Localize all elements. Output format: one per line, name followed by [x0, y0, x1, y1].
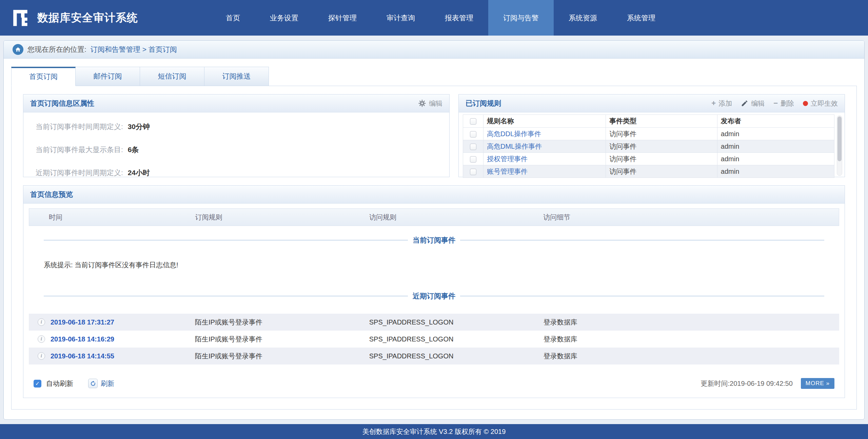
prop-max-items: 当前订阅事件最大显示条目: 6条	[36, 145, 437, 154]
col-time: 时间	[29, 213, 195, 222]
col-access-detail: 访问细节	[543, 213, 839, 222]
rules-table-header-row: 规则名称 事件类型 发布者	[463, 115, 834, 128]
gear-icon	[418, 99, 426, 107]
nav-item-business-settings[interactable]: 业务设置	[255, 0, 313, 36]
nav-item-system-resources[interactable]: 系统资源	[554, 0, 612, 36]
edit-rule-button[interactable]: 编辑	[741, 99, 765, 108]
col-access-rule: 访问规则	[369, 213, 543, 222]
breadcrumb-label: 您现在所在的位置:	[27, 45, 86, 54]
recent-events-list: i 2019-06-18 17:31:27 陌生IP或账号登录事件 SPS_IP…	[29, 314, 839, 364]
col-publisher: 发布者	[717, 115, 834, 128]
event-row: i 2019-06-18 17:31:27 陌生IP或账号登录事件 SPS_IP…	[29, 314, 839, 331]
event-row: i 2019-06-18 14:16:29 陌生IP或账号登录事件 SPS_IP…	[29, 331, 839, 348]
auto-refresh-label: 自动刷新	[46, 379, 73, 388]
tab-sms-subscription[interactable]: 短信订阅	[140, 67, 204, 86]
rules-scrollbar	[837, 116, 842, 176]
minus-icon: −	[773, 100, 778, 107]
rule-name-link[interactable]: 高危DML操作事件	[487, 143, 542, 150]
props-panel-title: 首页订阅信息区属性	[30, 99, 94, 108]
col-event-type: 事件类型	[606, 115, 717, 128]
apply-now-button[interactable]: 立即生效	[803, 99, 838, 108]
tab-email-subscription[interactable]: 邮件订阅	[76, 67, 140, 86]
footer: 美创数据库安全审计系统 V3.2 版权所有 © 2019	[0, 424, 868, 439]
event-time-link[interactable]: 2019-06-18 14:14:55	[51, 352, 114, 360]
recent-events-divider: 近期订阅事件	[44, 291, 824, 301]
preview-table-header: 时间 订阅规则 访问规则 访问细节	[29, 208, 839, 226]
rules-panel-title: 已订阅规则	[466, 99, 501, 108]
col-subscription-rule: 订阅规则	[195, 213, 369, 222]
tab-home-subscription[interactable]: 首页订阅	[11, 67, 76, 86]
nav-item-probe-management[interactable]: 探针管理	[313, 0, 372, 36]
subscription-props-panel: 首页订阅信息区属性	[23, 94, 450, 177]
breadcrumb: 您现在所在的位置: 订阅和告警管理 > 首页订阅	[4, 41, 864, 59]
nav-item-subscription-alerts[interactable]: 订阅与告警	[488, 0, 554, 36]
home-icon[interactable]	[13, 44, 23, 55]
prop-recent-period: 近期订阅事件时间周期定义: 24小时	[36, 168, 437, 177]
info-icon[interactable]: i	[38, 352, 45, 360]
info-icon[interactable]: i	[38, 335, 45, 343]
rule-name-link[interactable]: 高危DDL操作事件	[487, 130, 541, 138]
rule-row: 账号管理事件 访问事件 admin	[463, 165, 834, 178]
nav-item-report-management[interactable]: 报表管理	[430, 0, 488, 36]
top-nav: 数据库安全审计系统 首页 业务设置 探针管理 审计查询 报表管理 订阅与告警 系…	[0, 0, 868, 36]
refresh-button[interactable]: 刷新	[88, 379, 114, 388]
updated-time: 更新时间:2019-06-19 09:42:50	[701, 379, 793, 388]
edit-props-button[interactable]: 编辑	[418, 99, 442, 108]
nav-item-home[interactable]: 首页	[211, 0, 255, 36]
more-button[interactable]: MORE »	[801, 378, 834, 389]
select-all-checkbox[interactable]	[470, 118, 476, 125]
empty-events-message: 系统提示: 当前订阅事件区没有事件日志信息!	[44, 260, 839, 270]
check-icon: ✓	[35, 380, 40, 387]
tab-content: 首页订阅信息区属性	[11, 86, 857, 410]
add-rule-button[interactable]: + 添加	[711, 99, 732, 108]
breadcrumb-path[interactable]: 订阅和告警管理 > 首页订阅	[91, 45, 177, 54]
current-events-divider: 当前订阅事件	[44, 235, 824, 245]
subscribed-rules-panel: 已订阅规则 + 添加	[458, 94, 845, 177]
tab-subscription-push[interactable]: 订阅推送	[204, 67, 269, 86]
rules-table: 规则名称 事件类型 发布者 高危DDL操作事件 访问事件 admin	[463, 114, 834, 178]
rule-checkbox[interactable]	[470, 169, 476, 175]
home-preview-panel: 首页信息预览 时间 订阅规则 访问规则 访问细节 当前订阅事件 系统提示: 当前…	[23, 185, 845, 398]
plus-icon: +	[711, 100, 716, 107]
footer-copyright: 美创数据库安全审计系统 V3.2 版权所有 © 2019	[362, 427, 506, 436]
rules-panel-header: 已订阅规则 + 添加	[459, 95, 845, 112]
rule-checkbox[interactable]	[470, 156, 476, 163]
col-rule-name: 规则名称	[484, 115, 606, 128]
refresh-icon	[88, 379, 98, 388]
edit-props-label: 编辑	[429, 99, 442, 108]
rule-name-link[interactable]: 账号管理事件	[487, 168, 528, 175]
refresh-label: 刷新	[101, 379, 114, 388]
rule-row: 授权管理事件 访问事件 admin	[463, 153, 834, 165]
app-title: 数据库安全审计系统	[37, 11, 138, 25]
rule-row: 高危DDL操作事件 访问事件 admin	[463, 128, 834, 140]
preview-controls: ✓ 自动刷新 刷新	[29, 378, 839, 389]
page-body: 您现在所在的位置: 订阅和告警管理 > 首页订阅 首页订阅 邮件订阅 短信订阅 …	[0, 36, 868, 420]
nav-menu: 首页 业务设置 探针管理 审计查询 报表管理 订阅与告警 系统资源 系统管理	[211, 0, 670, 36]
preview-panel-header: 首页信息预览	[23, 186, 845, 204]
rule-checkbox[interactable]	[470, 144, 476, 150]
rule-row: 高危DML操作事件 访问事件 admin	[463, 140, 834, 153]
event-time-link[interactable]: 2019-06-18 17:31:27	[51, 318, 114, 326]
delete-rule-button[interactable]: − 删除	[773, 99, 794, 108]
nav-item-system-management[interactable]: 系统管理	[612, 0, 670, 36]
event-time-link[interactable]: 2019-06-18 14:16:29	[51, 335, 114, 343]
auto-refresh-checkbox[interactable]: ✓	[34, 380, 41, 388]
red-dot-icon	[803, 101, 808, 106]
main-frame: 您现在所在的位置: 订阅和告警管理 > 首页订阅 首页订阅 邮件订阅 短信订阅 …	[3, 40, 865, 420]
rule-name-link[interactable]: 授权管理事件	[487, 155, 528, 163]
preview-panel-title: 首页信息预览	[30, 190, 73, 199]
pencil-icon	[741, 100, 748, 107]
nav-item-audit-query[interactable]: 审计查询	[372, 0, 430, 36]
prop-current-period: 当前订阅事件时间周期定义: 30分钟	[36, 122, 437, 131]
app-logo-icon	[12, 8, 31, 28]
rule-checkbox[interactable]	[470, 131, 476, 138]
event-row: i 2019-06-18 14:14:55 陌生IP或账号登录事件 SPS_IP…	[29, 348, 839, 364]
tab-bar: 首页订阅 邮件订阅 短信订阅 订阅推送	[11, 67, 857, 86]
rules-scrollbar-thumb[interactable]	[837, 117, 842, 161]
info-icon[interactable]: i	[38, 318, 45, 326]
props-panel-header: 首页订阅信息区属性	[23, 95, 449, 112]
